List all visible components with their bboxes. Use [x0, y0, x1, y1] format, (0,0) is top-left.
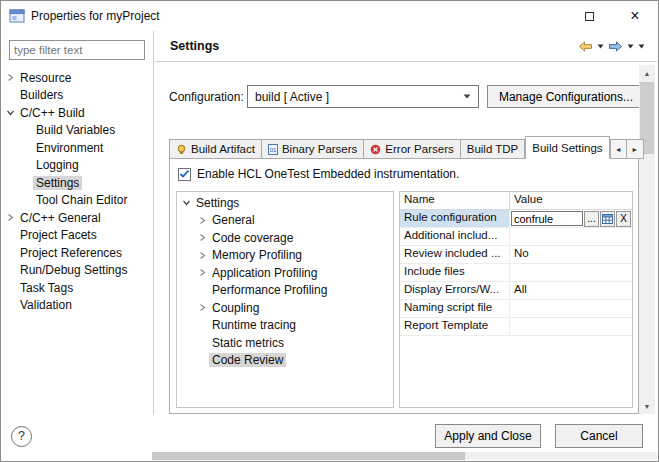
property-name: Review included ...: [400, 246, 510, 263]
browse-button[interactable]: ...: [584, 211, 599, 227]
back-menu-icon[interactable]: [597, 44, 604, 49]
tree-label: Tool Chain Editor: [33, 193, 130, 207]
back-button[interactable]: [578, 41, 593, 52]
settings-tree-item-memory-profiling[interactable]: Memory Profiling: [177, 247, 393, 265]
maximize-button[interactable]: [566, 1, 612, 31]
sidebar-item-build-variables[interactable]: Build Variables: [1, 122, 153, 140]
property-value: [510, 228, 518, 245]
chevron-right-icon[interactable]: [4, 73, 17, 82]
properties-dialog: Properties for myProject × ResourceBuild…: [0, 0, 659, 462]
property-value: No: [510, 246, 533, 263]
chevron-right-icon[interactable]: [196, 233, 209, 242]
apply-and-close-button[interactable]: Apply and Close: [435, 424, 541, 448]
sidebar: ResourceBuildersC/C++ BuildBuild Variabl…: [1, 31, 154, 415]
tab-binary-parsers[interactable]: 01Binary Parsers: [262, 139, 364, 159]
column-header-value[interactable]: Value: [510, 192, 632, 209]
table-rows: Rule configuration...XAdditional includ.…: [400, 210, 632, 336]
property-name: Report Template: [400, 318, 510, 335]
sidebar-item-environment[interactable]: Environment: [1, 139, 153, 157]
tab-build-artifact[interactable]: Build Artifact: [169, 139, 262, 159]
tab-scroll-right-button[interactable]: ►: [627, 139, 644, 159]
horizontal-scrollbar[interactable]: [152, 452, 657, 460]
settings-tree-item-performance-profiling[interactable]: Performance Profiling: [177, 282, 393, 300]
tree-label: Builders: [17, 88, 66, 102]
property-row-review-included[interactable]: Review included ...No: [400, 246, 632, 264]
scrollbar-thumb[interactable]: [152, 452, 465, 460]
property-row-report-template[interactable]: Report Template: [400, 318, 632, 336]
settings-tree-item-coupling[interactable]: Coupling: [177, 299, 393, 317]
settings-tree-item-runtime-tracing[interactable]: Runtime tracing: [177, 317, 393, 335]
sidebar-item-run-debug-settings[interactable]: Run/Debug Settings: [1, 262, 153, 280]
settings-tree-item-code-review[interactable]: Code Review: [177, 352, 393, 370]
tab-label: Build Settings: [532, 142, 602, 154]
forward-menu-icon[interactable]: [627, 44, 634, 49]
tab-build-tdp[interactable]: Build TDP: [461, 139, 526, 159]
settings-tree-item-settings[interactable]: Settings: [177, 194, 393, 212]
chevron-down-icon[interactable]: [180, 199, 193, 206]
tree-label: Environment: [33, 141, 106, 155]
property-row-display-errors-w[interactable]: Display Errors/W...All: [400, 282, 632, 300]
configuration-label: Configuration:: [169, 90, 247, 104]
manage-configurations-button[interactable]: Manage Configurations...: [487, 85, 645, 108]
column-header-name[interactable]: Name: [400, 192, 510, 209]
filter-input[interactable]: [9, 40, 145, 60]
table-grid-button[interactable]: [600, 211, 615, 227]
clear-button[interactable]: X: [616, 211, 631, 227]
configuration-row: Configuration: build [ Active ] Manage C…: [169, 85, 645, 108]
tab-label: Build Artifact: [191, 143, 255, 155]
properties-table: Name Value Rule configuration...XAdditio…: [399, 191, 633, 408]
forward-button[interactable]: [608, 41, 623, 52]
tab-scroll-left-button[interactable]: ◄: [610, 139, 627, 159]
scroll-up-icon[interactable]: ▲: [639, 65, 655, 81]
sidebar-item-task-tags[interactable]: Task Tags: [1, 279, 153, 297]
property-row-naming-script-file[interactable]: Naming script file: [400, 300, 632, 318]
settings-tree-item-application-profiling[interactable]: Application Profiling: [177, 264, 393, 282]
settings-tree-item-general[interactable]: General: [177, 212, 393, 230]
view-menu-icon[interactable]: [638, 44, 645, 49]
tab-error-parsers[interactable]: Error Parsers: [364, 139, 460, 159]
chevron-right-icon[interactable]: [196, 216, 209, 225]
sidebar-item-validation[interactable]: Validation: [1, 297, 153, 315]
tree-label: Performance Profiling: [209, 283, 330, 297]
scroll-down-icon[interactable]: ▼: [639, 398, 655, 414]
sidebar-item-project-references[interactable]: Project References: [1, 244, 153, 262]
sidebar-item-c-c-general[interactable]: C/C++ General: [1, 209, 153, 227]
property-row-rule-configuration[interactable]: Rule configuration...X: [400, 210, 632, 228]
window-title: Properties for myProject: [31, 9, 160, 23]
chevron-right-icon[interactable]: [196, 268, 209, 277]
chevron-right-icon[interactable]: [4, 213, 17, 222]
sidebar-item-logging[interactable]: Logging: [1, 157, 153, 175]
settings-tree: SettingsGeneralCode coverageMemory Profi…: [176, 191, 394, 408]
titlebar[interactable]: Properties for myProject ×: [1, 1, 658, 31]
sidebar-item-resource[interactable]: Resource: [1, 69, 153, 87]
property-name: Additional includ...: [400, 228, 510, 245]
property-row-additional-includ[interactable]: Additional includ...: [400, 228, 632, 246]
help-button[interactable]: ?: [11, 426, 32, 447]
sidebar-item-settings[interactable]: Settings: [1, 174, 153, 192]
sidebar-item-project-facets[interactable]: Project Facets: [1, 227, 153, 245]
instrumentation-checkbox[interactable]: [178, 168, 191, 181]
tree-label: Runtime tracing: [209, 318, 299, 332]
tree-label: Task Tags: [17, 281, 76, 295]
tab-label: Binary Parsers: [282, 143, 357, 155]
sidebar-item-builders[interactable]: Builders: [1, 87, 153, 105]
sidebar-item-c-c-build[interactable]: C/C++ Build: [1, 104, 153, 122]
property-row-include-files[interactable]: Include files: [400, 264, 632, 282]
value-input[interactable]: [511, 211, 583, 226]
property-value: [510, 264, 518, 281]
chevron-down-icon[interactable]: [4, 109, 17, 116]
tab-build-settings[interactable]: Build Settings: [525, 136, 609, 159]
configuration-value: build [ Active ]: [255, 90, 463, 104]
settings-tree-item-code-coverage[interactable]: Code coverage: [177, 229, 393, 247]
chevron-right-icon[interactable]: [196, 251, 209, 260]
cancel-button[interactable]: Cancel: [555, 424, 643, 448]
value-editor: ...X: [511, 210, 631, 227]
sidebar-item-tool-chain-editor[interactable]: Tool Chain Editor: [1, 192, 153, 210]
chevron-down-icon: [463, 94, 471, 99]
chevron-right-icon[interactable]: [196, 303, 209, 312]
vertical-scrollbar[interactable]: ▲ ▼: [639, 65, 655, 414]
footer: ? Apply and Close Cancel: [1, 421, 659, 451]
configuration-select[interactable]: build [ Active ]: [247, 85, 479, 108]
close-button[interactable]: ×: [612, 1, 658, 31]
settings-tree-item-static-metrics[interactable]: Static metrics: [177, 334, 393, 352]
